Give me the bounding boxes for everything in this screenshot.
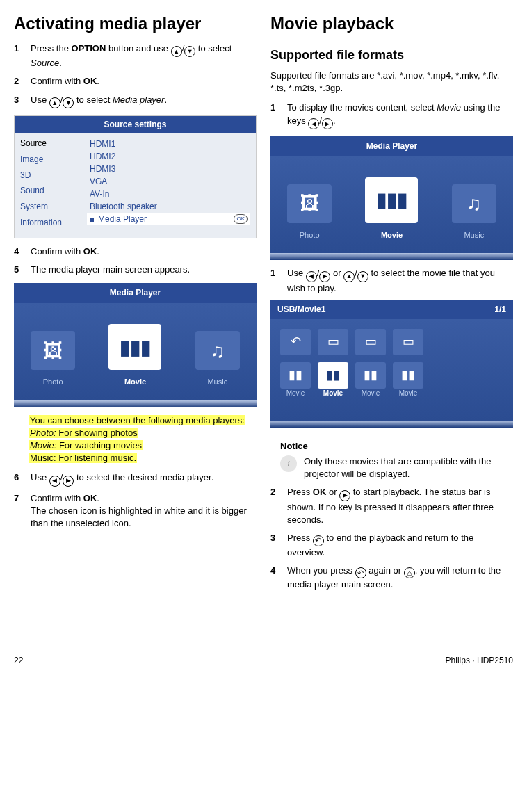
list-item: HDMI1 [90, 138, 115, 150]
left-icon [308, 118, 319, 129]
step-number: 4 [270, 565, 280, 592]
source-right-list: HDMI1 HDMI2 HDMI3 VGA AV-In Bluetooth sp… [81, 133, 256, 238]
down-icon [63, 97, 74, 108]
notice-title: Notice [280, 440, 513, 453]
list-item: HDMI2 [90, 151, 115, 163]
media-movie: ▮▮▮ Movie [108, 324, 161, 387]
list-item: AV-In [90, 188, 109, 200]
movie-icon: ▮▮▮ [108, 324, 161, 370]
folder-icon: ▭ [355, 329, 386, 355]
step-number: 4 [14, 245, 24, 258]
subheading-formats: Supported file formats [270, 47, 513, 64]
card-title: Media Player [270, 136, 513, 156]
right-icon [319, 271, 330, 282]
step-number: 1 [14, 42, 24, 70]
movie-file-icon: ▮▮ [393, 362, 423, 389]
up-icon [343, 271, 355, 282]
page-footer: 22 Philips · HDP2510 [14, 653, 513, 667]
step-number: 6 [14, 471, 24, 487]
down-icon [357, 271, 368, 282]
step-text: Confirm with OK. The chosen icon is high… [31, 492, 257, 530]
list-item: VGA [90, 176, 107, 188]
step-number: 1 [270, 267, 280, 295]
right-icon [339, 490, 350, 501]
media-player-card: Media Player 🖼 Photo ▮▮▮ Movie ♫ Music [14, 283, 257, 407]
media-movie: ▮▮▮ Movie [365, 177, 418, 241]
music-icon: ♫ [195, 331, 240, 370]
step-text: Confirm with OK. [31, 245, 257, 258]
step-text: When you press again or , you will retur… [287, 565, 513, 592]
menu-item: Information [20, 217, 75, 229]
heading-movie-playback: Movie playback [270, 14, 513, 34]
step-text: Press OK or to start playback. The statu… [287, 486, 513, 526]
menu-item: Sound [20, 185, 75, 197]
up-icon [49, 97, 60, 108]
product-name: Philips · HDP2510 [446, 655, 513, 667]
media-player-card: Media Player 🖼 Photo ▮▮▮ Movie ♫ Music [270, 136, 513, 260]
menu-item: Image [20, 154, 75, 165]
heading-activating: Activating media player [14, 14, 257, 34]
photo-icon: 🖼 [287, 184, 332, 223]
ok-badge-icon: OK [234, 214, 248, 223]
menu-item: Source [20, 138, 75, 149]
step-text: Use / or / to select the movie file that… [287, 267, 513, 295]
formats-text: Supported file formats are *.avi, *.mov,… [270, 70, 513, 95]
media-music: ♫ Music [195, 331, 240, 387]
source-left-menu: Source Image 3D Sound System Information [15, 133, 81, 238]
step-text: Use / to select the desired media player… [31, 471, 257, 487]
file-browser-card: USB/Movie1 1/1 ↶ ▭ ▭ ▭ ▮▮Movie ▮▮Movie ▮… [270, 300, 513, 428]
step-number: 3 [270, 532, 280, 559]
step-text: The media player main screen appears. [31, 263, 257, 276]
step-text: Press the OPTION button and use / to sel… [31, 42, 257, 70]
media-music: ♫ Music [452, 184, 496, 241]
notice-text: Only those movies that are compatible wi… [304, 455, 513, 480]
left-icon [306, 271, 317, 282]
step-number: 2 [270, 486, 280, 526]
file-item: ▮▮Movie [355, 362, 386, 398]
file-item: ▮▮Movie [393, 362, 423, 398]
step-text: Press to end the playback and return to … [287, 532, 513, 559]
movie-file-icon: ▮▮ [280, 362, 311, 389]
highlight-block: You can choose between the following med… [29, 414, 257, 465]
menu-item: System [20, 201, 75, 213]
page-indicator: 1/1 [494, 304, 506, 316]
list-item: Media Player [98, 214, 147, 224]
file-item: ▮▮Movie [318, 362, 348, 398]
back-icon [355, 567, 366, 578]
file-path: USB/Movie1 [277, 304, 325, 316]
movie-icon: ▮▮▮ [365, 177, 418, 223]
list-item: HDMI3 [90, 163, 115, 175]
card-title: Source settings [15, 116, 256, 133]
back-icon: ↶ [280, 329, 311, 355]
step-number: 2 [14, 75, 24, 88]
movie-file-icon: ▮▮ [318, 362, 348, 389]
folder-icon: ▭ [318, 329, 348, 355]
step-text: To display the movies content, select Mo… [287, 102, 513, 129]
back-icon [313, 535, 324, 546]
list-item: Bluetooth speaker [90, 201, 157, 213]
folder-icon: ▭ [393, 329, 423, 355]
step-number: 1 [270, 102, 280, 129]
page-number: 22 [14, 655, 23, 667]
file-item: ▮▮Movie [280, 362, 311, 398]
step-number: 3 [14, 94, 24, 109]
notice-box: Notice i Only those movies that are comp… [280, 440, 513, 481]
card-title: Media Player [14, 283, 257, 303]
step-text: Confirm with OK. [31, 75, 257, 88]
right-icon [322, 118, 333, 129]
info-icon: i [280, 455, 297, 472]
source-settings-card: Source settings Source Image 3D Sound Sy… [14, 115, 257, 238]
music-icon: ♫ [452, 184, 496, 223]
home-icon [404, 567, 415, 578]
right-icon [63, 476, 74, 487]
step-text: Use / to select Media player. [31, 94, 257, 109]
media-photo: 🖼 Photo [31, 331, 75, 387]
step-number: 5 [14, 263, 24, 276]
photo-icon: 🖼 [31, 331, 75, 370]
down-icon [184, 46, 195, 57]
left-icon [49, 476, 60, 487]
movie-file-icon: ▮▮ [355, 362, 386, 389]
media-photo: 🖼 Photo [287, 184, 332, 241]
selection-marker-icon [90, 218, 94, 222]
step-number: 7 [14, 492, 24, 530]
